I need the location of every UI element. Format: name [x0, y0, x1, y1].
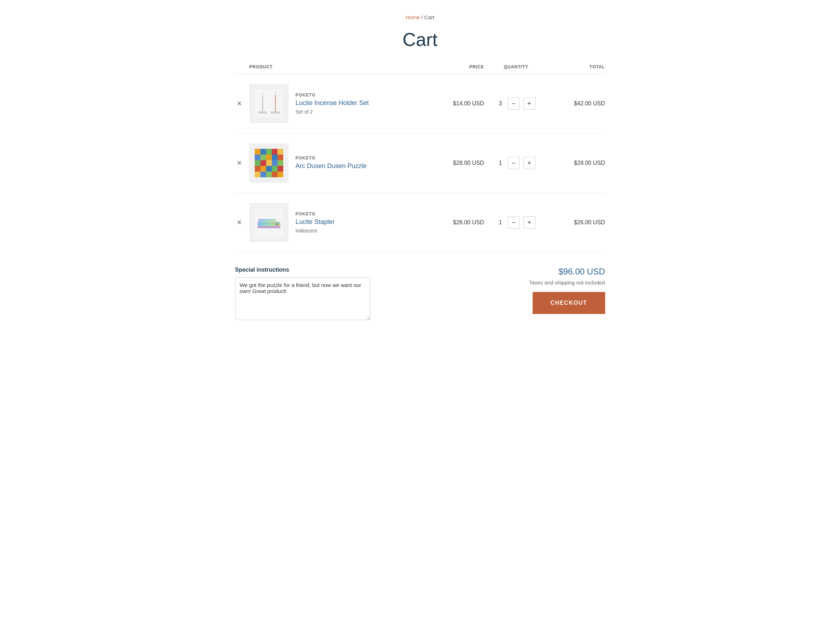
table-row: ✕ POKETO Arc Dusen Dusen Puzzle $28.00 U… — [235, 133, 605, 193]
product-cell: POKETO Lucite Stapler Iridescent — [249, 193, 427, 252]
svg-rect-28 — [272, 172, 278, 177]
col-header-product: PRODUCT — [249, 65, 427, 74]
item-total: $26.00 USD — [574, 219, 605, 225]
order-summary: $96.00 USD Taxes and shipping not includ… — [385, 267, 605, 314]
svg-rect-2 — [271, 111, 279, 114]
bottom-section: Special instructions $96.00 USD Taxes an… — [235, 267, 605, 321]
remove-item-button[interactable]: ✕ — [235, 98, 243, 109]
svg-rect-15 — [255, 160, 261, 166]
remove-item-button[interactable]: ✕ — [235, 158, 243, 168]
item-price: $14.00 USD — [453, 100, 484, 106]
item-price: $26.00 USD — [453, 219, 484, 225]
table-row: ✕ POKETO — [235, 193, 605, 252]
product-name: Lucite Incense Holder Set — [296, 99, 369, 107]
product-name: Lucite Stapler — [296, 218, 335, 226]
quantity-increase-button[interactable]: + — [523, 217, 535, 229]
checkout-button[interactable]: CHECKOUT — [533, 292, 605, 314]
svg-rect-29 — [278, 172, 283, 177]
svg-rect-33 — [257, 226, 280, 228]
product-image — [249, 144, 289, 183]
product-details: POKETO Arc Dusen Dusen Puzzle — [296, 155, 367, 170]
quantity-decrease-button[interactable]: − — [508, 217, 520, 229]
total-cell: $28.00 USD — [548, 133, 605, 193]
item-total: $28.00 USD — [574, 160, 605, 166]
product-details: POKETO Lucite Stapler Iridescent — [296, 212, 335, 233]
product-brand: POKETO — [296, 155, 367, 161]
product-image — [249, 203, 289, 242]
product-info: POKETO Lucite Incense Holder Set Set of … — [249, 84, 427, 123]
svg-rect-24 — [278, 166, 283, 172]
remove-item-button[interactable]: ✕ — [235, 217, 243, 228]
product-image — [249, 84, 289, 123]
product-brand: POKETO — [296, 212, 335, 217]
product-cell: POKETO Arc Dusen Dusen Puzzle — [249, 133, 427, 193]
svg-rect-22 — [266, 166, 272, 172]
svg-rect-34 — [275, 223, 278, 225]
quantity-control: 3 − + — [484, 98, 548, 110]
quantity-number: 3 — [497, 100, 504, 107]
special-instructions-section: Special instructions — [235, 267, 370, 321]
special-instructions-label: Special instructions — [235, 267, 370, 273]
total-cell: $42.00 USD — [548, 74, 605, 133]
col-header-quantity: QUANTITY — [484, 65, 548, 74]
svg-rect-25 — [255, 172, 261, 177]
price-cell: $14.00 USD — [427, 74, 484, 133]
svg-rect-6 — [261, 149, 266, 155]
product-cell: POKETO Lucite Incense Holder Set Set of … — [249, 74, 427, 133]
svg-rect-18 — [272, 160, 278, 166]
order-note: Taxes and shipping not included — [529, 280, 605, 285]
product-name: Arc Dusen Dusen Puzzle — [296, 162, 367, 170]
svg-rect-10 — [255, 155, 261, 160]
svg-rect-26 — [261, 172, 266, 177]
quantity-cell: 3 − + — [484, 74, 548, 133]
special-instructions-input[interactable] — [235, 277, 370, 320]
quantity-decrease-button[interactable]: − — [508, 157, 520, 169]
remove-cell: ✕ — [235, 193, 249, 252]
svg-rect-5 — [255, 149, 261, 155]
breadcrumb-home-link[interactable]: Home — [406, 14, 420, 20]
col-header-price: PRICE — [427, 65, 484, 74]
item-price: $28.00 USD — [453, 160, 484, 166]
svg-rect-23 — [272, 166, 278, 172]
product-details: POKETO Lucite Incense Holder Set Set of … — [296, 93, 369, 114]
price-cell: $26.00 USD — [427, 193, 484, 252]
product-variant: Iridescent — [296, 228, 335, 234]
quantity-increase-button[interactable]: + — [523, 98, 535, 110]
col-header-total: TOTAL — [548, 65, 605, 74]
svg-rect-21 — [261, 166, 266, 172]
breadcrumb-separator: / Cart — [421, 14, 434, 20]
product-brand: POKETO — [296, 93, 369, 98]
svg-rect-32 — [258, 219, 276, 223]
table-row: ✕ POKETO Lucite Incense Holder Set Set o… — [235, 74, 605, 133]
svg-rect-17 — [266, 160, 272, 166]
quantity-decrease-button[interactable]: − — [508, 98, 520, 110]
cart-table: PRODUCT PRICE QUANTITY TOTAL ✕ — [235, 65, 605, 252]
remove-cell: ✕ — [235, 74, 249, 133]
svg-rect-20 — [255, 166, 261, 172]
quantity-increase-button[interactable]: + — [523, 157, 535, 169]
quantity-cell: 1 − + — [484, 133, 548, 193]
col-header-remove — [235, 65, 249, 74]
item-total: $42.00 USD — [574, 100, 605, 106]
price-cell: $28.00 USD — [427, 133, 484, 193]
product-info: POKETO Lucite Stapler Iridescent — [249, 203, 427, 242]
svg-rect-12 — [266, 155, 272, 160]
svg-rect-11 — [261, 155, 266, 160]
total-cell: $26.00 USD — [548, 193, 605, 252]
svg-rect-7 — [266, 149, 272, 155]
quantity-control: 1 − + — [484, 157, 548, 169]
breadcrumb: Home / Cart — [235, 14, 605, 20]
quantity-number: 1 — [497, 160, 504, 166]
quantity-number: 1 — [497, 219, 504, 226]
svg-rect-13 — [272, 155, 278, 160]
page-title: Cart — [235, 29, 605, 50]
product-variant: Set of 2 — [296, 109, 369, 115]
svg-rect-16 — [261, 160, 266, 166]
product-info: POKETO Arc Dusen Dusen Puzzle — [249, 144, 427, 183]
svg-rect-9 — [278, 149, 283, 155]
quantity-cell: 1 − + — [484, 193, 548, 252]
svg-rect-8 — [272, 149, 278, 155]
svg-rect-1 — [258, 111, 267, 114]
order-total: $96.00 USD — [559, 267, 605, 277]
quantity-control: 1 − + — [484, 217, 548, 229]
